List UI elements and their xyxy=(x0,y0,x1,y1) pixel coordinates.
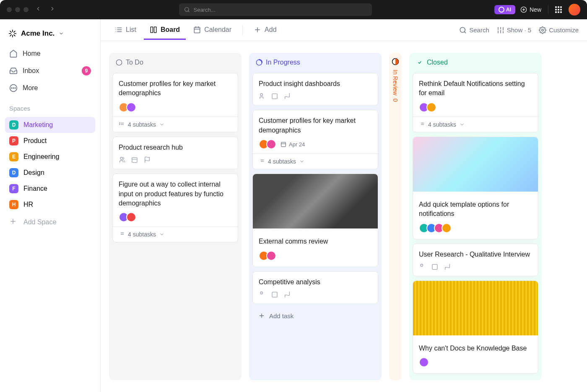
user-icon[interactable] xyxy=(259,291,265,298)
assignees[interactable] xyxy=(259,251,372,261)
flag-icon[interactable] xyxy=(284,291,291,298)
svg-point-15 xyxy=(13,88,14,88)
svg-point-48 xyxy=(260,93,262,96)
subtasks-row[interactable]: 4 subtasks xyxy=(253,153,378,169)
user-icon[interactable] xyxy=(119,156,125,163)
task-card[interactable]: Add quick template options for notificat… xyxy=(413,137,538,239)
home-icon xyxy=(9,49,18,58)
flag-icon[interactable] xyxy=(144,156,151,163)
column-header-progress[interactable]: In Progress xyxy=(252,56,378,69)
svg-point-42 xyxy=(116,60,122,65)
svg-line-11 xyxy=(10,35,11,36)
subtasks-row[interactable]: 4 subtasks xyxy=(413,117,538,132)
task-card[interactable]: Competitive analysis xyxy=(252,271,378,304)
calendar-icon[interactable] xyxy=(431,263,438,270)
search-button[interactable]: Search xyxy=(459,26,489,34)
column-header-closed[interactable]: Closed xyxy=(413,56,538,69)
card-title: Customer profiles for key market demogra… xyxy=(259,116,372,135)
calendar-icon xyxy=(193,26,201,34)
svg-point-14 xyxy=(11,88,12,88)
task-card[interactable]: Product research hub xyxy=(112,137,238,169)
svg-line-12 xyxy=(14,31,15,32)
plus-icon xyxy=(9,218,18,227)
nav-inbox[interactable]: Inbox 9 xyxy=(5,63,95,79)
sidebar-space-engineering[interactable]: EEngineering xyxy=(5,149,95,165)
svg-line-1 xyxy=(188,11,190,12)
svg-line-10 xyxy=(14,35,15,36)
task-card[interactable]: Figure out a way to collect internal inp… xyxy=(112,174,238,242)
add-view-button[interactable]: Add xyxy=(248,21,282,40)
global-search[interactable]: Search... xyxy=(179,3,372,16)
add-space-button[interactable]: Add Space xyxy=(5,214,95,230)
card-title: Figure out a way to collect internal inp… xyxy=(119,180,232,208)
chevron-down-icon xyxy=(159,232,164,237)
sidebar-space-product[interactable]: PProduct xyxy=(5,133,95,149)
nav-back[interactable] xyxy=(34,4,43,15)
user-icon[interactable] xyxy=(259,93,265,99)
list-icon xyxy=(115,26,122,34)
svg-point-60 xyxy=(421,264,423,266)
sidebar-space-design[interactable]: DDesign xyxy=(5,165,95,181)
calendar-icon[interactable] xyxy=(271,291,278,298)
card-title: Product research hub xyxy=(119,143,232,152)
view-tabs: List Board Calendar Add Search xyxy=(101,19,587,41)
sidebar-space-hr[interactable]: HHR xyxy=(5,197,95,213)
flag-icon[interactable] xyxy=(444,263,451,270)
task-card[interactable]: Customer profiles for key market demogra… xyxy=(112,73,238,132)
column-in-review[interactable]: In Review 0 xyxy=(389,53,402,380)
svg-rect-51 xyxy=(281,143,286,147)
card-cover-image xyxy=(413,281,538,335)
subtasks-row[interactable]: 4 subtasks xyxy=(113,117,238,132)
task-card[interactable]: Customer profiles for key market demogra… xyxy=(252,110,378,169)
task-card[interactable]: User Research - Qualitative Interview xyxy=(413,244,538,276)
calendar-icon[interactable] xyxy=(131,156,138,163)
gear-icon xyxy=(539,26,546,34)
calendar-icon[interactable] xyxy=(271,93,278,99)
column-header-todo[interactable]: To Do xyxy=(112,56,238,69)
customize-button[interactable]: Customize xyxy=(539,26,579,34)
card-title: Product insight dashboards xyxy=(259,79,372,88)
sidebar-space-marketing[interactable]: DMarketing xyxy=(5,117,95,133)
assignees[interactable] xyxy=(419,357,532,367)
tab-calendar[interactable]: Calendar xyxy=(187,21,237,40)
due-date[interactable]: Apr 24 xyxy=(281,141,305,148)
add-task-button[interactable]: Add task xyxy=(252,308,378,324)
show-button[interactable]: Show · 5 xyxy=(497,26,531,34)
subtasks-icon xyxy=(119,122,125,127)
assignees[interactable] xyxy=(119,212,232,222)
close-window[interactable] xyxy=(7,7,12,12)
tab-list[interactable]: List xyxy=(109,21,142,40)
assignees[interactable] xyxy=(419,223,532,233)
space-name: HR xyxy=(23,201,33,208)
nav-home[interactable]: Home xyxy=(5,46,95,61)
nav-more[interactable]: More xyxy=(5,80,95,96)
user-icon[interactable] xyxy=(419,263,426,270)
svg-point-16 xyxy=(15,88,16,88)
subtasks-row[interactable]: 4 subtasks xyxy=(113,226,238,242)
flag-icon[interactable] xyxy=(284,93,291,99)
column-todo: To Do Customer profiles for key market d… xyxy=(109,53,242,380)
apps-icon[interactable] xyxy=(555,6,562,13)
tab-board[interactable]: Board xyxy=(144,21,186,40)
nav-forward[interactable] xyxy=(48,4,57,15)
maximize-window[interactable] xyxy=(23,7,29,12)
assignees[interactable] xyxy=(119,102,232,112)
new-button[interactable]: New xyxy=(520,6,541,13)
task-card[interactable]: Product insight dashboards xyxy=(252,73,378,106)
assignees[interactable] xyxy=(419,102,532,112)
board-area: To Do Customer profiles for key market d… xyxy=(101,41,587,392)
ai-button[interactable]: AI xyxy=(494,5,515,14)
task-card[interactable]: Rethink Default Notifications setting fo… xyxy=(413,73,538,132)
plus-icon xyxy=(258,312,265,319)
space-name: Engineering xyxy=(23,153,59,161)
space-letter-icon: E xyxy=(9,152,18,161)
assignees[interactable] xyxy=(259,139,274,149)
minimize-window[interactable] xyxy=(15,7,20,12)
space-name: Product xyxy=(23,137,47,145)
svg-line-9 xyxy=(10,31,11,32)
task-card[interactable]: Why can't Docs be Knowledge Base xyxy=(413,280,538,374)
sidebar-space-finance[interactable]: FFinance xyxy=(5,181,95,197)
workspace-switcher[interactable]: Acme Inc. xyxy=(5,26,95,41)
task-card[interactable]: External comms review xyxy=(252,174,378,267)
user-avatar[interactable] xyxy=(569,4,580,16)
